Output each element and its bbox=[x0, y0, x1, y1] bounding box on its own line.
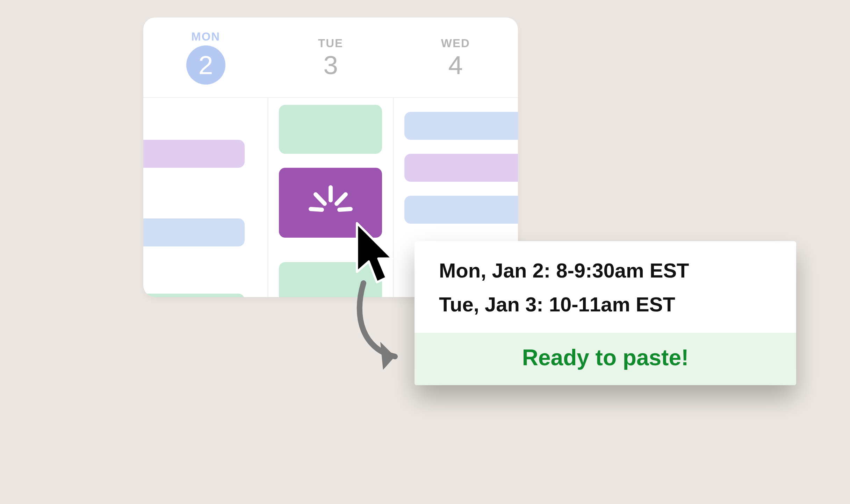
svg-line-3 bbox=[311, 209, 322, 210]
svg-marker-5 bbox=[357, 223, 392, 282]
day-abbr: MON bbox=[191, 30, 220, 43]
svg-line-4 bbox=[339, 209, 351, 210]
calendar-event[interactable] bbox=[143, 218, 245, 246]
day-number: 2 bbox=[186, 45, 225, 85]
svg-line-1 bbox=[316, 194, 325, 204]
popup-footer: Ready to paste! bbox=[415, 333, 796, 385]
popup-body: Mon, Jan 2: 8-9:30am EST Tue, Jan 3: 10-… bbox=[415, 241, 796, 333]
copied-times-popup: Mon, Jan 2: 8-9:30am EST Tue, Jan 3: 10-… bbox=[415, 241, 796, 385]
calendar-event[interactable] bbox=[143, 140, 245, 168]
ready-to-paste-label: Ready to paste! bbox=[522, 345, 689, 370]
day-number: 4 bbox=[448, 52, 463, 78]
day-abbr: WED bbox=[441, 37, 470, 50]
arrow-icon bbox=[343, 280, 419, 370]
day-number: 3 bbox=[323, 52, 338, 78]
calendar-event[interactable] bbox=[404, 196, 518, 224]
day-header-mon[interactable]: MON 2 bbox=[143, 17, 268, 97]
cursor-pointer-icon bbox=[350, 220, 399, 287]
svg-line-2 bbox=[337, 194, 346, 204]
calendar-event[interactable] bbox=[404, 154, 518, 182]
day-column-mon[interactable] bbox=[143, 98, 268, 297]
click-splash-icon bbox=[308, 185, 353, 221]
copied-time-line: Mon, Jan 2: 8-9:30am EST bbox=[439, 259, 772, 282]
calendar-event[interactable] bbox=[143, 294, 245, 297]
calendar-event[interactable] bbox=[279, 105, 382, 154]
day-header-wed[interactable]: WED 4 bbox=[393, 17, 518, 97]
svg-marker-6 bbox=[380, 342, 395, 370]
calendar-header: MON 2 TUE 3 WED 4 bbox=[143, 17, 518, 98]
day-abbr: TUE bbox=[318, 37, 343, 50]
copied-time-line: Tue, Jan 3: 10-11am EST bbox=[439, 293, 772, 316]
calendar-event[interactable] bbox=[404, 112, 518, 140]
day-header-tue[interactable]: TUE 3 bbox=[268, 17, 393, 97]
